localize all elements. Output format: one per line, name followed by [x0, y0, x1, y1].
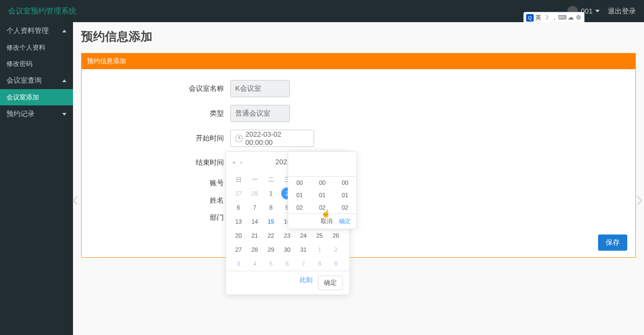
name-label: 姓名 — [98, 196, 230, 205]
app-title: 会议室预约管理系统 — [8, 6, 76, 16]
sidebar-item-room-add[interactable]: 会议室添加 — [0, 89, 73, 105]
time-option[interactable]: 00 — [311, 177, 334, 189]
date-cell[interactable]: 8 — [311, 257, 328, 271]
date-cell[interactable]: 23 — [279, 229, 295, 243]
weekday-header: 日 — [230, 172, 247, 186]
clock-icon — [235, 135, 243, 142]
time-option[interactable]: 00 — [334, 177, 356, 189]
end-time-label: 结束时间 — [98, 158, 230, 168]
sidebar-group-profile[interactable]: 个人资料管理 — [0, 22, 73, 39]
date-cell[interactable]: 3 — [230, 257, 247, 271]
carousel-prev-icon[interactable]: ‹ — [72, 187, 79, 211]
date-cell[interactable]: 1 — [263, 186, 279, 200]
room-name-label: 会议室名称 — [98, 84, 230, 93]
date-cell[interactable]: 4 — [247, 257, 263, 271]
date-cell[interactable]: 5 — [263, 257, 279, 271]
start-time-input[interactable]: 2022-03-02 00:00:00 — [230, 130, 314, 147]
ime-settings-icon: ⚙ — [575, 15, 582, 21]
start-time-label: 开始时间 — [98, 133, 230, 143]
account-label: 账号 — [98, 178, 230, 188]
date-cell[interactable]: 21 — [247, 229, 263, 243]
ime-comma-icon: ， — [551, 15, 557, 21]
ime-logo-icon: Q — [526, 14, 534, 22]
date-cell[interactable]: 13 — [230, 215, 247, 229]
save-button[interactable]: 保存 — [598, 234, 627, 251]
date-cell[interactable]: 14 — [247, 215, 263, 229]
timepicker-ok-button[interactable]: 确定 — [339, 217, 351, 225]
chevron-up-icon — [62, 30, 67, 32]
sidebar-group-reservation[interactable]: 预约记录 — [0, 105, 73, 123]
room-name-input[interactable] — [230, 80, 290, 97]
time-option[interactable]: 02 — [288, 202, 311, 214]
datepicker-now-button[interactable]: 此刻 — [300, 276, 313, 290]
date-cell[interactable]: 22 — [263, 229, 279, 243]
ime-widget[interactable]: Q 英 ☽ ， ⌨ ☁ ⚙ — [523, 12, 585, 23]
date-cell[interactable]: 7 — [295, 257, 311, 271]
type-input[interactable] — [230, 105, 290, 122]
date-cell[interactable]: 6 — [279, 257, 295, 271]
date-cell[interactable]: 7 — [247, 200, 263, 215]
date-cell[interactable]: 28 — [247, 186, 263, 200]
date-cell[interactable]: 6 — [230, 200, 247, 215]
date-cell[interactable]: 24 — [295, 229, 311, 243]
time-picker: 000102000102000102 取消 确定 — [288, 151, 357, 229]
date-cell[interactable]: 27 — [230, 243, 247, 257]
time-option[interactable]: 02 — [334, 202, 356, 214]
time-option[interactable]: 01 — [288, 189, 311, 202]
form-panel: 预约信息添加 会议室名称 类型 开始时间 2022-03-02 00:00:00 — [81, 53, 636, 258]
weekday-header: 一 — [247, 172, 263, 186]
page-title: 预约信息添加 — [81, 29, 636, 45]
main-content: 预约信息添加 预约信息添加 会议室名称 类型 开始时间 2022-03-02 0… — [73, 22, 644, 335]
date-cell[interactable]: 2 — [328, 243, 344, 257]
sidebar-group-label: 会议室查询 — [6, 76, 42, 85]
time-option[interactable]: 01 — [334, 189, 356, 202]
time-option[interactable]: 00 — [288, 177, 311, 189]
type-label: 类型 — [98, 109, 230, 118]
ime-moon-icon: ☽ — [543, 15, 549, 21]
prev-year-button[interactable]: « — [233, 159, 236, 165]
sidebar-group-label: 预约记录 — [6, 109, 35, 119]
ime-lang: 英 — [535, 14, 541, 22]
time-option[interactable]: 01 — [311, 189, 334, 202]
sidebar-item-edit-profile[interactable]: 修改个人资料 — [0, 39, 73, 56]
chevron-up-icon — [62, 79, 67, 82]
ime-cloud-icon: ☁ — [567, 15, 574, 21]
date-cell[interactable]: 30 — [279, 243, 295, 257]
date-cell[interactable]: 28 — [247, 243, 263, 257]
ime-keyboard-icon: ⌨ — [559, 15, 566, 21]
chevron-down-icon — [62, 113, 67, 116]
date-cell[interactable]: 29 — [263, 243, 279, 257]
carousel-next-icon[interactable]: › — [636, 187, 643, 211]
sidebar-item-change-password[interactable]: 修改密码 — [0, 56, 73, 72]
date-cell[interactable]: 15 — [263, 215, 279, 229]
panel-title: 预约信息添加 — [82, 53, 635, 69]
timepicker-cancel-button[interactable]: 取消 — [321, 217, 333, 225]
date-cell[interactable]: 27 — [230, 186, 247, 200]
date-cell[interactable]: 26 — [328, 229, 344, 243]
date-cell[interactable]: 31 — [295, 243, 311, 257]
sidebar-group-room-query[interactable]: 会议室查询 — [0, 72, 73, 89]
dept-label: 部门 — [98, 213, 230, 223]
chevron-down-icon — [595, 10, 600, 12]
weekday-header: 二 — [263, 172, 279, 186]
date-cell[interactable]: 9 — [328, 257, 344, 271]
date-cell[interactable]: 20 — [230, 229, 247, 243]
date-cell[interactable]: 1 — [311, 243, 328, 257]
sidebar-group-label: 个人资料管理 — [6, 26, 49, 36]
date-cell[interactable]: 25 — [311, 229, 328, 243]
date-cell[interactable]: 8 — [263, 200, 279, 215]
logout-link[interactable]: 退出登录 — [608, 6, 636, 16]
datepicker-confirm-button[interactable]: 确定 — [318, 276, 343, 290]
time-option[interactable]: 02 — [311, 202, 334, 214]
sidebar: 个人资料管理 修改个人资料 修改密码 会议室查询 会议室添加 预约记录 — [0, 22, 73, 335]
